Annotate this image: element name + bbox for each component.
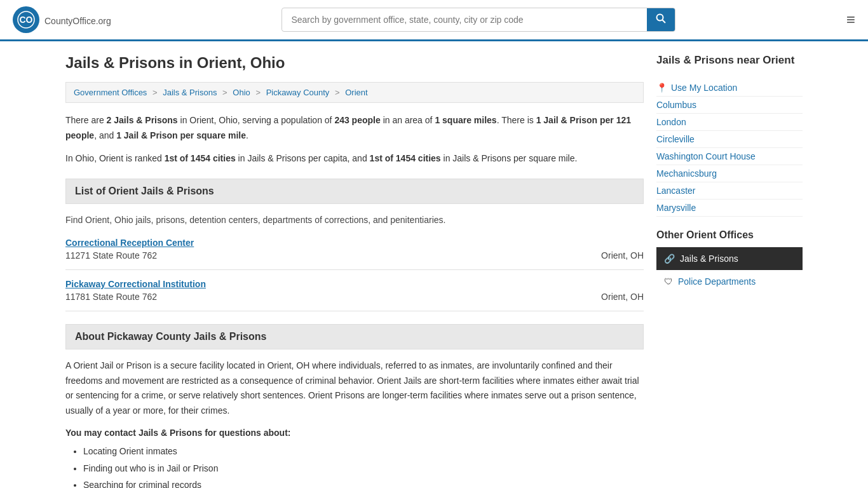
- other-offices-title: Other Orient Offices: [656, 229, 803, 241]
- logo-text: CountyOffice.org: [44, 13, 111, 27]
- breadcrumb-sep-1: >: [153, 88, 158, 97]
- page-title: Jails & Prisons in Orient, Ohio: [65, 54, 644, 72]
- facility-name-2[interactable]: Pickaway Correctional Institution: [65, 279, 644, 289]
- facility-details-2: 11781 State Route 762 Orient, OH: [65, 292, 644, 302]
- location-pin-icon: 📍: [656, 83, 667, 93]
- svg-line-3: [663, 20, 666, 24]
- stat-population: 243 people: [334, 115, 380, 125]
- use-my-location-label: Use My Location: [671, 83, 737, 93]
- stats-rank-section: In Ohio, Orient is ranked 1st of 1454 ci…: [65, 151, 644, 166]
- rank-2: 1st of 1454 cities: [370, 153, 441, 163]
- site-header: CO CountyOffice.org ≡: [0, 0, 868, 41]
- contact-heading: You may contact Jails & Prisons for ques…: [65, 428, 644, 438]
- svg-text:CO: CO: [20, 15, 33, 25]
- contact-item-2: Finding out who is in Jail or Prison: [83, 460, 644, 477]
- facility-address-2: 11781 State Route 762: [65, 292, 157, 302]
- jails-icon: 🔗: [664, 254, 675, 264]
- breadcrumb: Government Offices > Jails & Prisons > O…: [65, 82, 644, 103]
- svg-point-2: [657, 15, 663, 21]
- facility-city-1: Orient, OH: [601, 250, 644, 261]
- search-area: [281, 8, 675, 32]
- contact-item-3: Searching for criminal records: [83, 477, 644, 488]
- stat-type: Jails & Prisons: [114, 115, 177, 125]
- nearby-city-2[interactable]: Circleville: [656, 131, 803, 148]
- logo-suffix: .org: [96, 16, 111, 26]
- nearby-city-0[interactable]: Columbus: [656, 97, 803, 114]
- facility-item-2: Pickaway Correctional Institution 11781 …: [65, 279, 644, 311]
- police-link[interactable]: Police Departments: [678, 276, 756, 287]
- nearby-city-6[interactable]: Marysville: [656, 200, 803, 217]
- breadcrumb-jails[interactable]: Jails & Prisons: [163, 88, 217, 97]
- rank-1: 1st of 1454 cities: [165, 153, 236, 163]
- stat-count: 2: [107, 115, 112, 125]
- about-section-heading: About Pickaway County Jails & Prisons: [65, 324, 644, 349]
- list-description: Find Orient, Ohio jails, prisons, detent…: [65, 213, 644, 227]
- about-text: A Orient Jail or Prison is a secure faci…: [65, 358, 644, 419]
- nearby-links: 📍 Use My Location Columbus London Circle…: [656, 79, 803, 217]
- menu-icon[interactable]: ≡: [846, 11, 855, 29]
- sidebar-item-jails[interactable]: 🔗 Jails & Prisons: [656, 247, 803, 270]
- breadcrumb-ohio[interactable]: Ohio: [233, 88, 250, 97]
- police-icon: 🛡: [664, 276, 673, 287]
- list-section-heading: List of Orient Jails & Prisons: [65, 179, 644, 204]
- nearby-city-1[interactable]: London: [656, 114, 803, 131]
- nearby-section-title: Jails & Prisons near Orient: [656, 54, 803, 71]
- stat-area: 1 square miles: [435, 115, 496, 125]
- facility-address-1: 11271 State Route 762: [65, 250, 157, 261]
- logo-name: CountyOffice: [44, 16, 96, 26]
- search-input[interactable]: [282, 10, 647, 30]
- nearby-city-3[interactable]: Washington Court House: [656, 148, 803, 165]
- use-my-location-link[interactable]: 📍 Use My Location: [656, 79, 803, 97]
- contact-item-1: Locating Orient inmates: [83, 443, 644, 460]
- breadcrumb-orient[interactable]: Orient: [345, 88, 367, 97]
- stat-per-sqmile: 1 Jail & Prison per square mile: [116, 130, 246, 140]
- facility-details-1: 11271 State Route 762 Orient, OH: [65, 250, 644, 261]
- logo-area: CO CountyOffice.org: [13, 6, 111, 33]
- search-button[interactable]: [647, 8, 675, 31]
- nearby-city-5[interactable]: Lancaster: [656, 182, 803, 200]
- contact-list: Locating Orient inmates Finding out who …: [65, 443, 644, 488]
- stats-section: There are 2 Jails & Prisons in Orient, O…: [65, 113, 644, 144]
- breadcrumb-gov-offices[interactable]: Government Offices: [74, 88, 147, 97]
- nearby-city-4[interactable]: Mechanicsburg: [656, 165, 803, 182]
- page-content: Jails & Prisons in Orient, Ohio Governme…: [53, 41, 815, 488]
- facility-name-1[interactable]: Correctional Reception Center: [65, 238, 644, 248]
- sidebar-item-police[interactable]: 🛡 Police Departments: [656, 270, 803, 293]
- breadcrumb-pickaway[interactable]: Pickaway County: [266, 88, 330, 97]
- main-content: Jails & Prisons in Orient, Ohio Governme…: [65, 54, 644, 488]
- breadcrumb-sep-2: >: [222, 88, 227, 97]
- logo-icon: CO: [13, 6, 39, 33]
- facility-city-2: Orient, OH: [601, 292, 644, 302]
- jails-label: Jails & Prisons: [680, 254, 738, 264]
- breadcrumb-sep-3: >: [255, 88, 261, 97]
- facility-item: Correctional Reception Center 11271 Stat…: [65, 238, 644, 270]
- sidebar: Jails & Prisons near Orient 📍 Use My Loc…: [656, 54, 803, 488]
- breadcrumb-sep-4: >: [335, 88, 340, 97]
